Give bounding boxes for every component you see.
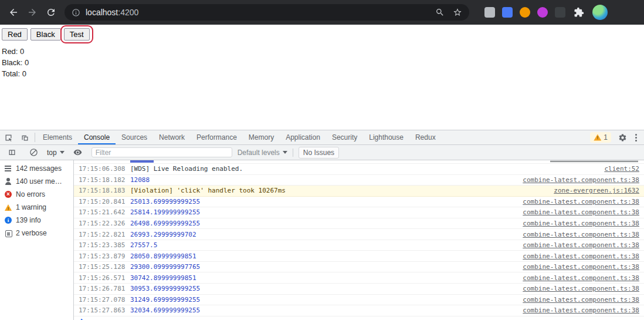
console-row: 17:15:26.57130742.89999999851combine-lat…: [74, 272, 644, 284]
log-timestamp: 17:15:18.182: [79, 176, 130, 184]
sidebar-item-errors[interactable]: No errors: [0, 188, 73, 201]
address-bar[interactable]: localhost:4200: [65, 4, 469, 21]
console-toolbar: top Default levels No Issues: [0, 145, 644, 160]
log-timestamp: 17:15:27.863: [79, 306, 130, 314]
console-sidebar: 142 messages140 user me…No errors1 warni…: [0, 160, 74, 320]
counter-red: Red: 0: [2, 46, 644, 57]
log-timestamp: 17:15:21.642: [79, 208, 130, 216]
log-timestamp: 17:15:18.183: [79, 187, 130, 194]
log-source-link[interactable]: combine-latest.component.ts:38: [523, 220, 639, 227]
log-message: 26498.699999999255: [130, 220, 516, 227]
browser-toolbar: localhost:4200: [0, 0, 644, 25]
log-source-link[interactable]: zone-evergreen.js:1632: [554, 187, 639, 194]
reload-button[interactable]: [43, 5, 59, 20]
log-source-link[interactable]: combine-latest.component.ts:38: [523, 306, 639, 314]
log-message: [WDS] Live Reloading enabled.: [130, 165, 597, 173]
log-source-link[interactable]: combine-latest.component.ts:38: [523, 231, 639, 238]
log-message: 12088: [130, 176, 516, 184]
counter-black: Black: 0: [2, 57, 644, 68]
tab-redux[interactable]: Redux: [409, 130, 442, 144]
bookmark-star-icon[interactable]: [453, 8, 462, 17]
inspect-element-button[interactable]: [0, 130, 16, 144]
log-message: 29300.099999997765: [130, 263, 516, 271]
extension-blue-icon[interactable]: [502, 7, 513, 18]
log-levels-dropdown[interactable]: Default levels: [238, 149, 287, 157]
console-row: 17:15:18.183[Violation] 'click' handler …: [74, 186, 644, 197]
sidebar-item-label: 140 user me…: [16, 177, 62, 186]
live-expression-button[interactable]: [70, 146, 86, 160]
log-source-link[interactable]: combine-latest.component.ts:38: [523, 241, 639, 249]
tab-network[interactable]: Network: [153, 130, 191, 144]
log-source-link[interactable]: combine-latest.component.ts:38: [523, 296, 639, 304]
sidebar-item-label: No errors: [16, 190, 45, 198]
log-source-link[interactable]: combine-latest.component.ts:38: [523, 274, 639, 282]
tab-console[interactable]: Console: [78, 130, 116, 144]
sidebar-item-warnings[interactable]: 1 warning: [0, 201, 73, 214]
log-timestamp: 17:15:20.841: [79, 198, 130, 206]
extension-icons: [484, 7, 565, 18]
log-source-link[interactable]: combine-latest.component.ts:38: [523, 208, 639, 216]
console-filter-input[interactable]: [91, 147, 232, 157]
sidebar-item-user-messages[interactable]: 140 user me…: [0, 175, 73, 188]
chevron-down-icon: [60, 151, 65, 154]
warnings-icon: [4, 203, 12, 211]
log-source-link[interactable]: combine-latest.component.ts:38: [523, 263, 639, 271]
javascript-context-selector[interactable]: top: [47, 149, 65, 157]
clear-console-button[interactable]: [25, 146, 42, 160]
extension-alarm-icon[interactable]: [520, 7, 530, 18]
sidebar-item-info[interactable]: 139 info: [0, 214, 73, 227]
extension-grid-icon[interactable]: [484, 7, 495, 18]
log-source-link[interactable]: combine-latest.component.ts:38: [523, 198, 639, 206]
button-row: RedBlackTest: [2, 28, 644, 41]
console-prompt[interactable]: [74, 316, 644, 320]
log-timestamp: 17:15:23.879: [79, 252, 130, 260]
red-button[interactable]: Red: [2, 28, 28, 41]
log-message: 25013.699999999255: [130, 198, 516, 206]
sidebar-item-label: 139 info: [16, 216, 41, 224]
log-message: 28050.89999999851: [130, 252, 516, 260]
button-wrap-red: Red: [2, 28, 28, 41]
console-row: 17:15:23.38527557.5combine-latest.compon…: [74, 240, 644, 251]
tab-lighthouse[interactable]: Lighthouse: [363, 130, 409, 144]
sidebar-item-label: 2 verbose: [16, 229, 47, 237]
log-source-link[interactable]: combine-latest.component.ts:38: [523, 176, 639, 184]
extension-badge-icon[interactable]: [555, 7, 565, 18]
log-source-link[interactable]: client:52: [604, 165, 639, 173]
sidebar-item-messages[interactable]: 142 messages: [0, 162, 73, 175]
tab-sources[interactable]: Sources: [116, 130, 153, 144]
devtools-menu-button[interactable]: [634, 133, 638, 143]
zoom-icon[interactable]: [435, 8, 445, 17]
warnings-counter-badge[interactable]: ! 1: [590, 132, 611, 143]
tab-security[interactable]: Security: [326, 130, 363, 144]
log-timestamp: 17:15:26.571: [79, 274, 130, 282]
test-button[interactable]: Test: [64, 28, 90, 41]
console-row: 17:15:22.32626498.699999999255combine-la…: [74, 218, 644, 230]
console-row: 17:15:18.18212088combine-latest.componen…: [74, 175, 644, 186]
back-button[interactable]: [6, 5, 21, 20]
tab-memory[interactable]: Memory: [243, 130, 280, 144]
console-row: 17:15:27.86332034.699999999255combine-la…: [74, 305, 644, 316]
profile-avatar[interactable]: [592, 5, 608, 20]
issues-button[interactable]: No Issues: [299, 147, 339, 159]
console-sidebar-toggle-button[interactable]: [4, 146, 20, 160]
log-source-link[interactable]: combine-latest.component.ts:38: [523, 285, 639, 292]
site-info-icon[interactable]: [72, 8, 80, 17]
tab-application[interactable]: Application: [280, 130, 326, 144]
forward-button[interactable]: [25, 5, 40, 20]
tab-elements[interactable]: Elements: [37, 130, 78, 144]
extension-purple-icon[interactable]: [537, 7, 548, 18]
log-message: 26993.29999999702: [130, 231, 516, 238]
black-button[interactable]: Black: [30, 28, 61, 41]
info-icon: [4, 216, 12, 224]
device-toolbar-button[interactable]: [16, 130, 33, 144]
devtools-settings-button[interactable]: [618, 133, 627, 142]
tab-performance[interactable]: Performance: [191, 130, 243, 144]
log-source-link[interactable]: combine-latest.component.ts:38: [523, 252, 639, 260]
log-message: 25814.199999999255: [130, 208, 516, 216]
log-message: 32034.699999999255: [130, 306, 516, 314]
extensions-puzzle-icon[interactable]: [574, 7, 584, 18]
devtools-tab-bar: ElementsConsoleSourcesNetworkPerformance…: [0, 130, 644, 145]
log-timestamp: 17:15:23.385: [79, 241, 130, 249]
sidebar-item-verbose[interactable]: 2 verbose: [0, 227, 73, 240]
console-row: 17:15:20.84125013.699999999255combine-la…: [74, 197, 644, 208]
